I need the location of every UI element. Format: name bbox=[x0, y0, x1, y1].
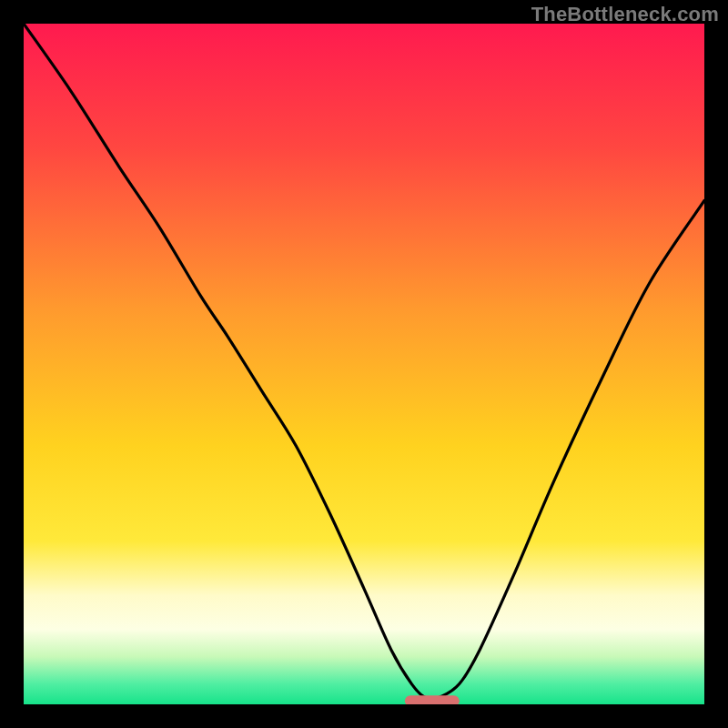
plot-area bbox=[24, 24, 704, 704]
gradient-background bbox=[24, 24, 704, 704]
chart-frame: TheBottleneck.com bbox=[0, 0, 728, 728]
minimum-marker bbox=[405, 695, 460, 704]
chart-svg bbox=[24, 24, 704, 704]
